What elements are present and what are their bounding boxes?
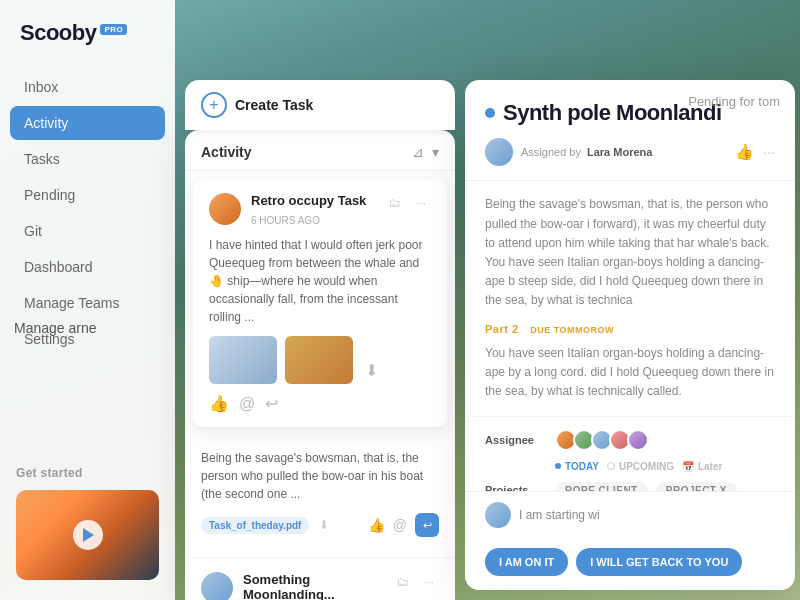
pending-text: Pending for tom	[688, 94, 780, 109]
like-icon-bowman[interactable]: 👍	[368, 517, 385, 533]
card-meta-moonlanding: Something Moonlanding... 1 DAY AGO	[243, 572, 383, 600]
pending-bar: Pending for tom	[668, 80, 800, 123]
detail-meta: Assignee TODAY UPCOMING	[465, 417, 795, 491]
calendar-icon: 📅	[682, 461, 694, 472]
card-more-icon[interactable]: ···	[411, 193, 431, 213]
mention-icon-bowman[interactable]: @	[393, 517, 407, 533]
sidebar-item-dashboard[interactable]: Dashboard	[10, 250, 165, 284]
activity-card-retro[interactable]: Retro occupy Task 6 HOURS AGO 🗂 ··· I ha…	[193, 179, 447, 427]
card-attachments: ⬇	[209, 336, 431, 384]
create-task-button[interactable]: +	[201, 92, 227, 118]
play-icon	[83, 528, 94, 542]
detail-header-icons: 👍 ···	[735, 143, 775, 161]
detail-panel: Synth pole Moonlandi Assigned by Lara Mo…	[465, 80, 795, 590]
card-title-retro: Retro occupy Task	[251, 193, 375, 208]
assignee-row: Assignee	[485, 429, 775, 451]
detail-body-1: Being the savage's bowsman, that is, the…	[465, 181, 795, 416]
projects-label: Projects	[485, 484, 545, 491]
sidebar-item-manage-teams[interactable]: Manage Teams	[10, 286, 165, 320]
action-buttons: I AM ON IT I WILL GET BACK TO YOU	[465, 538, 795, 590]
comment-row: I am starting wi	[465, 491, 795, 538]
project-pill-2[interactable]: PROJECT X	[656, 482, 737, 491]
sidebar: Scooby PRO Inbox Activity Tasks Pending …	[0, 0, 175, 600]
comment-input[interactable]: I am starting wi	[519, 508, 775, 522]
manage-arne-label: Manage arne	[14, 320, 97, 336]
schedule-later[interactable]: 📅 Later	[682, 461, 722, 472]
today-dot	[555, 463, 561, 469]
attachment-thumb-2	[285, 336, 353, 384]
more-icon[interactable]: ···	[762, 143, 775, 161]
sidebar-item-inbox[interactable]: Inbox	[10, 70, 165, 104]
app-name: Scooby	[20, 20, 96, 46]
play-button[interactable]	[73, 520, 103, 550]
filter-icon[interactable]: ⊿	[412, 144, 424, 160]
assigned-text: Assigned by Lara Morena	[521, 146, 652, 158]
card-icons-retro: 🗂 ···	[385, 193, 431, 213]
activity-panel: Activity ⊿ ▾ Retro occupy Task 6 HOURS A…	[185, 130, 455, 600]
schedule-pills: TODAY UPCOMING 📅 Later	[555, 461, 722, 472]
assigned-avatar	[485, 138, 513, 166]
card-meta-retro: Retro occupy Task 6 HOURS AGO	[251, 193, 375, 228]
sidebar-item-pending[interactable]: Pending	[10, 178, 165, 212]
avatar-moonlanding	[201, 572, 233, 600]
sidebar-item-git[interactable]: Git	[10, 214, 165, 248]
avatar-retro	[209, 193, 241, 225]
create-task-label: Create Task	[235, 97, 313, 113]
file-download-icon[interactable]: ⬇	[319, 518, 329, 532]
project-pills: ROPE CLIENT PROJECT X	[555, 482, 737, 491]
reply-icon[interactable]: ↩	[265, 394, 278, 413]
card-title-moonlanding: Something Moonlanding...	[243, 572, 383, 600]
card-icons-moonlanding: 🗂 ···	[393, 572, 439, 592]
activity-panel-title: Activity	[201, 144, 252, 160]
sidebar-nav: Inbox Activity Tasks Pending Git Dashboa…	[0, 70, 175, 356]
activity-card-bowman[interactable]: Being the savage's bowsman, that is, the…	[185, 435, 455, 558]
card-body-bowman: Being the savage's bowsman, that is, the…	[201, 449, 439, 503]
assignee-label: Assignee	[485, 434, 545, 446]
assignee-avatar-5	[627, 429, 649, 451]
like-icon[interactable]: 👍	[209, 394, 229, 413]
accent-dot	[485, 108, 495, 118]
get-started-label: Get started	[16, 466, 159, 480]
download-icon[interactable]: ⬇	[365, 361, 378, 380]
card-header-retro: Retro occupy Task 6 HOURS AGO 🗂 ···	[209, 193, 431, 228]
card-body-retro: I have hinted that I would often jerk po…	[209, 236, 431, 326]
forward-button-bowman[interactable]: ↩	[415, 513, 439, 537]
assignee-avatars	[555, 429, 645, 451]
schedule-upcoming[interactable]: UPCOMING	[607, 461, 674, 472]
card-time-retro: 6 HOURS AGO	[251, 215, 320, 226]
activity-header: Activity ⊿ ▾	[185, 130, 455, 171]
mention-icon[interactable]: @	[239, 395, 255, 413]
sidebar-item-tasks[interactable]: Tasks	[10, 142, 165, 176]
card-header-moonlanding: Something Moonlanding... 1 DAY AGO 🗂 ···	[201, 572, 439, 600]
get-started-thumbnail[interactable]	[16, 490, 159, 580]
chevron-down-icon[interactable]: ▾	[432, 144, 439, 160]
activity-list: Retro occupy Task 6 HOURS AGO 🗂 ··· I ha…	[185, 171, 455, 600]
schedule-row: TODAY UPCOMING 📅 Later	[485, 461, 775, 472]
card-file-bowman: Task_of_theday.pdf ⬇ 👍 @ ↩	[201, 513, 439, 537]
pro-badge: PRO	[100, 24, 127, 35]
file-pill-bowman[interactable]: Task_of_theday.pdf	[201, 517, 309, 534]
part-label: Part 2 DUE TOMMOROW	[485, 321, 775, 339]
activity-card-moonlanding[interactable]: Something Moonlanding... 1 DAY AGO 🗂 ···…	[185, 558, 455, 600]
schedule-today[interactable]: TODAY	[555, 461, 599, 472]
sidebar-item-activity[interactable]: Activity	[10, 106, 165, 140]
sidebar-logo: Scooby PRO	[0, 20, 175, 70]
card-folder-icon-moon[interactable]: 🗂	[393, 572, 413, 592]
get-started-section: Get started	[0, 452, 175, 580]
card-actions-retro: 👍 @ ↩	[209, 394, 431, 413]
thumbs-up-icon[interactable]: 👍	[735, 143, 754, 161]
detail-assigned-row: Assigned by Lara Morena 👍 ···	[485, 138, 775, 166]
card-folder-icon[interactable]: 🗂	[385, 193, 405, 213]
card-more-icon-moon[interactable]: ···	[419, 572, 439, 592]
activity-controls: ⊿ ▾	[412, 144, 439, 160]
upcoming-circle	[607, 462, 615, 470]
comment-avatar	[485, 502, 511, 528]
projects-row: Projects ROPE CLIENT PROJECT X	[485, 482, 775, 491]
get-back-button[interactable]: I WILL GET BACK TO YOU	[576, 548, 742, 576]
attachment-thumb-1	[209, 336, 277, 384]
create-task-bar: + Create Task	[185, 80, 455, 130]
i-am-on-it-button[interactable]: I AM ON IT	[485, 548, 568, 576]
project-pill-1[interactable]: ROPE CLIENT	[555, 482, 648, 491]
